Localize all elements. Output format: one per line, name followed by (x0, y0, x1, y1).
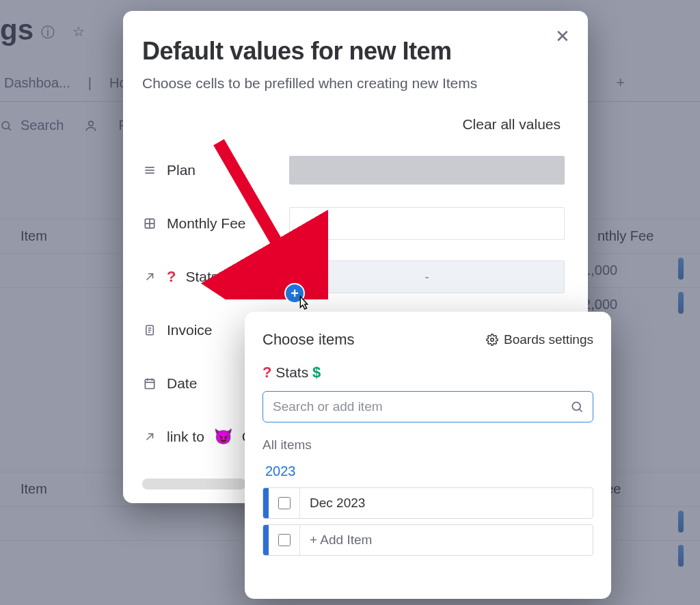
search-wrap (262, 391, 593, 422)
search-input[interactable] (262, 391, 593, 422)
modal-subtitle: Choose cells to be prefilled when creati… (142, 75, 565, 92)
picker-settings-label: Boards settings (504, 332, 593, 347)
svg-point-21 (491, 338, 494, 342)
data-bar (678, 258, 684, 280)
arrow-up-right-icon (142, 429, 157, 444)
field-row-monthly-fee: Monthly Fee (142, 197, 565, 250)
field-label: Stats (185, 269, 218, 285)
year-group-label[interactable]: 2023 (262, 463, 593, 479)
item-checkbox[interactable] (278, 534, 291, 546)
item-checkbox[interactable] (278, 497, 291, 509)
tab-dashboard[interactable]: Dashboa... (0, 75, 75, 91)
star-icon: ☆ (72, 23, 85, 42)
bg-col-fee: nthly Fee (597, 228, 700, 244)
bg-col-fee2: Fee (597, 481, 700, 497)
svg-point-2 (89, 121, 94, 126)
field-cell-plan[interactable] (289, 156, 565, 185)
menu-icon (142, 163, 157, 178)
grid-icon (142, 216, 157, 231)
document-icon (142, 323, 157, 338)
question-icon: ? (262, 364, 271, 381)
field-label: Monthly Fee (167, 215, 246, 232)
picker-board-label: Stats (275, 364, 308, 380)
svg-line-9 (147, 274, 153, 280)
placeholder-dash: - (425, 269, 429, 285)
data-bar (678, 545, 684, 567)
picker-title: Choose items (262, 331, 355, 349)
question-icon: ? (167, 268, 176, 286)
picker-board-name: ? Stats $ (262, 364, 593, 381)
search-icon (570, 400, 584, 414)
add-tab-button[interactable]: + (616, 74, 625, 92)
field-label: Plan (167, 162, 196, 178)
add-item-label: + Add Item (300, 533, 372, 548)
list-item[interactable]: Dec 2023 (262, 487, 593, 519)
svg-line-18 (147, 434, 153, 440)
item-picker-popup: Choose items Boards settings ? Stats $ A… (245, 312, 611, 599)
bg-toolbar: Search F (0, 118, 127, 133)
divider: | (88, 75, 92, 91)
data-bar (678, 511, 684, 533)
info-icon: ⓘ (41, 23, 55, 42)
arrow-up-right-icon (142, 269, 157, 284)
field-cell-monthly-fee[interactable] (289, 207, 565, 240)
group-color-indicator (263, 488, 269, 518)
bg-cell-fee: $2,000 (576, 297, 678, 312)
close-icon[interactable]: ✕ (555, 27, 570, 45)
dollar-icon: $ (312, 364, 321, 381)
bg-title-icons: ⓘ ☆ (41, 23, 85, 42)
calendar-icon (142, 376, 157, 391)
item-label: Dec 2023 (300, 496, 365, 511)
add-linked-item-button[interactable]: + (286, 284, 304, 302)
svg-point-22 (572, 402, 580, 410)
dollar-icon: $ (228, 268, 236, 286)
bg-col-item: Item (0, 228, 137, 244)
modal-title: Default values for new Item (142, 37, 565, 66)
add-item-row[interactable]: + Add Item (262, 524, 593, 556)
person-icon[interactable] (84, 119, 98, 133)
svg-rect-14 (145, 379, 154, 388)
emoji-icon: 😈 (214, 428, 232, 446)
clear-all-button[interactable]: Clear all values (142, 116, 565, 133)
all-items-label: All items (262, 438, 593, 453)
field-label: Invoice (167, 322, 213, 338)
field-row-plan: Plan (142, 144, 565, 197)
field-cell-stats[interactable]: - (289, 260, 565, 293)
horizontal-scrollbar[interactable] (142, 479, 246, 489)
group-color-indicator (263, 525, 269, 555)
data-bar (678, 292, 684, 314)
bg-cell-fee: $1,000 (576, 263, 678, 278)
bg-title-fragment: gs (0, 14, 33, 46)
bg-col-item: Item (0, 481, 137, 497)
boards-settings-button[interactable]: Boards settings (486, 332, 593, 347)
svg-point-0 (2, 122, 10, 129)
search-icon (0, 120, 12, 132)
field-row-stats: ? Stats $ - (142, 250, 565, 304)
field-label: link to (167, 429, 204, 445)
svg-line-1 (8, 128, 10, 130)
field-label: Date (167, 375, 197, 392)
gear-icon (486, 334, 498, 346)
bg-search-label[interactable]: Search (21, 118, 64, 133)
svg-line-23 (580, 409, 582, 412)
